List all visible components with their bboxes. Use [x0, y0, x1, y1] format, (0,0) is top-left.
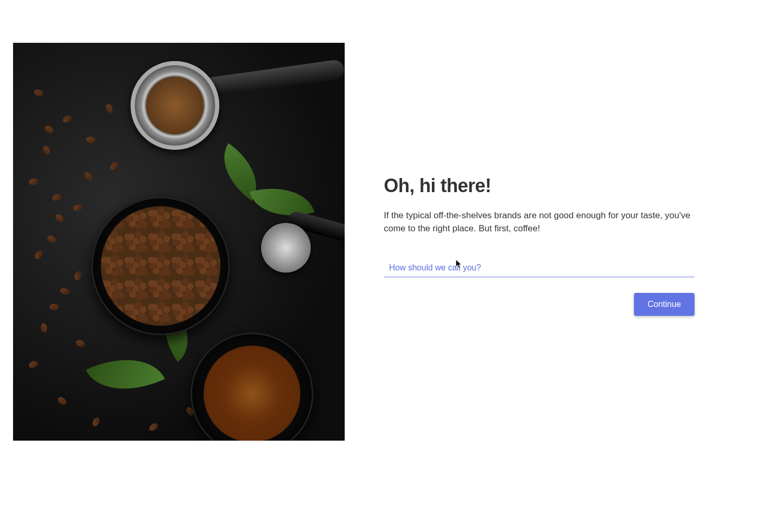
page-container: Oh, hi there! If the typical off-the-she…: [0, 0, 764, 532]
coffee-bean-bowl: [91, 197, 230, 335]
page-title: Oh, hi there!: [384, 175, 695, 197]
intro-text: If the typical off-the-shelves brands ar…: [384, 209, 695, 235]
continue-button[interactable]: Continue: [634, 293, 695, 316]
hero-image: [13, 43, 345, 441]
coffee-scene-illustration: [13, 43, 345, 441]
name-input[interactable]: [384, 260, 695, 277]
name-field-wrap: [384, 260, 695, 277]
leaf-icon: [86, 341, 165, 407]
button-row: Continue: [384, 293, 695, 316]
onboarding-form: Oh, hi there! If the typical off-the-she…: [345, 0, 742, 532]
ground-coffee-bowl: [191, 333, 313, 441]
